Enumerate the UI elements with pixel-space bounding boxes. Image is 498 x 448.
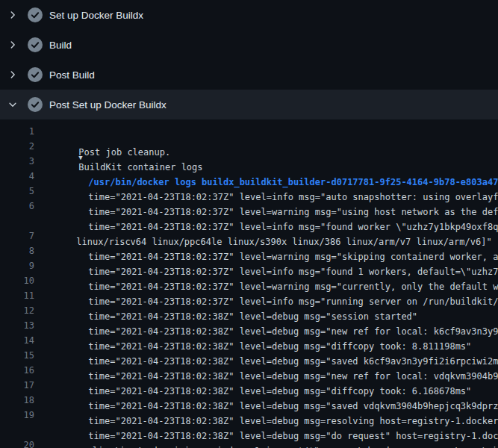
log-line-number xyxy=(0,216,34,231)
log-line-number[interactable]: 13 xyxy=(0,320,34,335)
log-line: 17 ▼ time="2021-04-23T18:02:38Z" level=d… xyxy=(0,380,498,395)
log-line-number[interactable]: 20 xyxy=(0,440,34,448)
log-line-number[interactable]: 3 xyxy=(0,156,34,171)
log-line-number[interactable]: 9 xyxy=(0,261,34,276)
chevron-right-icon xyxy=(7,10,18,20)
log-line-number[interactable]: 10 xyxy=(0,276,34,290)
log-line: 1 ▼ Post job cleanup. xyxy=(0,126,498,141)
log-line-number xyxy=(0,425,34,440)
step-label: Build xyxy=(49,40,72,51)
step-header-post-set-up-docker-buildx[interactable]: Post Set up Docker Buildx xyxy=(0,90,498,119)
log-line-number[interactable]: 5 xyxy=(0,186,34,201)
log-line: 10 ▼ time="2021-04-23T18:02:37Z" level=i… xyxy=(0,276,498,290)
step-label: Set up Docker Buildx xyxy=(49,10,143,21)
chevron-down-icon xyxy=(7,99,18,110)
log-line-number[interactable]: 2 xyxy=(0,141,34,156)
check-circle-icon xyxy=(28,7,43,22)
log-line: 8 ▼ time="2021-04-23T18:02:37Z" level=in… xyxy=(0,246,498,261)
log-line: 19 ▼ time="2021-04-23T18:02:38Z" level=d… xyxy=(0,410,498,425)
log-line: 16 ▼ time="2021-04-23T18:02:38Z" level=d… xyxy=(0,365,498,380)
log-viewer: 1 ▼ Post job cleanup. 2 ▼ BuildKit conta… xyxy=(0,119,498,448)
log-line-number[interactable]: 8 xyxy=(0,246,34,261)
chevron-right-icon xyxy=(7,69,18,80)
check-circle-icon xyxy=(28,67,43,82)
log-line-number[interactable]: 6 xyxy=(0,201,34,216)
log-line-number[interactable]: 7 xyxy=(0,231,34,246)
log-line: 5 ▼ time="2021-04-23T18:02:37Z" level=wa… xyxy=(0,186,498,201)
log-line: 18 ▼ time="2021-04-23T18:02:38Z" level=d… xyxy=(0,395,498,410)
step-header-build[interactable]: Build xyxy=(0,30,498,60)
log-line: 6 ▼ time="2021-04-23T18:02:37Z" level=in… xyxy=(0,201,498,216)
log-line-number[interactable]: 15 xyxy=(0,350,34,365)
log-line-number[interactable]: 1 xyxy=(0,126,34,141)
log-line: ▼ application/vnd.oci.image.index.v1+jso… xyxy=(0,425,498,440)
log-line-number[interactable]: 4 xyxy=(0,171,34,186)
log-line: 2 ▼ BuildKit container logs xyxy=(0,141,498,156)
step-label: Post Build xyxy=(49,69,95,81)
step-header-post-build[interactable]: Post Build xyxy=(0,60,498,90)
step-label: Post Set up Docker Buildx xyxy=(49,99,166,111)
log-line-number[interactable]: 14 xyxy=(0,335,34,350)
check-circle-icon xyxy=(28,37,43,52)
log-line: 4 ▼ time="2021-04-23T18:02:37Z" level=in… xyxy=(0,171,498,186)
log-line-number[interactable]: 19 xyxy=(0,410,34,425)
log-line: 14 ▼ time="2021-04-23T18:02:38Z" level=d… xyxy=(0,335,498,350)
steps-list: Set up Docker Buildx Build xyxy=(0,0,498,119)
log-line: 20 ▼ time="2021-04-23T18:02:38Z" level=d… xyxy=(0,440,498,448)
log-line: 9 ▼ time="2021-04-23T18:02:37Z" level=wa… xyxy=(0,261,498,276)
log-line-number[interactable]: 12 xyxy=(0,305,34,320)
log-line-number[interactable]: 16 xyxy=(0,365,34,380)
log-line: 13 ▼ time="2021-04-23T18:02:38Z" level=d… xyxy=(0,320,498,335)
chevron-right-icon xyxy=(7,40,18,50)
log-line: 7 ▼ time="2021-04-23T18:02:37Z" level=wa… xyxy=(0,231,498,246)
log-line: 12 ▼ time="2021-04-23T18:02:38Z" level=d… xyxy=(0,305,498,320)
log-line-number[interactable]: 17 xyxy=(0,380,34,395)
check-circle-icon xyxy=(28,97,43,112)
log-line: 15 ▼ time="2021-04-23T18:02:38Z" level=d… xyxy=(0,350,498,365)
log-line-number[interactable]: 11 xyxy=(0,290,34,305)
log-line: 3 ▼ /usr/bin/docker logs buildx_buildkit… xyxy=(0,156,498,171)
log-line-number[interactable]: 18 xyxy=(0,395,34,410)
log-line: ▼ linux/riscv64 linux/ppc64le linux/s390… xyxy=(0,216,498,231)
step-header-set-up-docker-buildx[interactable]: Set up Docker Buildx xyxy=(0,0,498,30)
